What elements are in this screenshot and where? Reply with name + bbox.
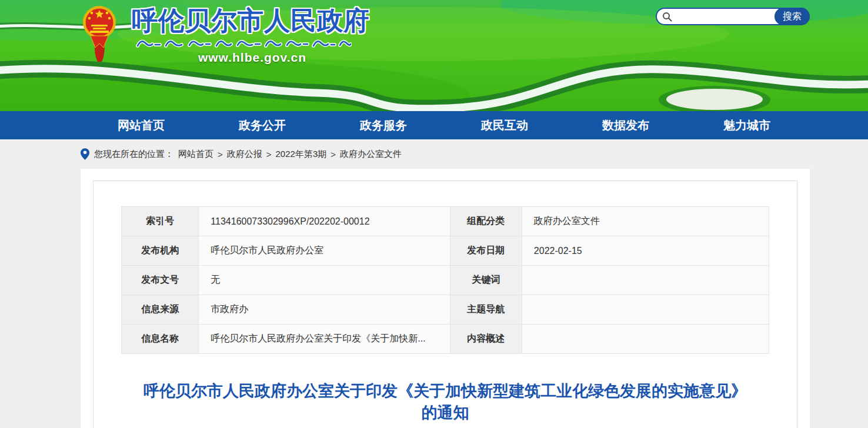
main-nav: 网站首页 政务公开 政务服务 政民互动 数据发布 魅力城市 [0,111,868,139]
breadcrumb-separator: > [266,149,272,159]
meta-value-summary [522,325,769,354]
search-button[interactable]: 搜索 [774,8,810,25]
meta-label-source: 信息来源 [122,295,199,325]
meta-value-doc-no: 无 [199,266,450,295]
table-row: 信息来源 市政府办 主题导航 [122,295,769,325]
header-banner: 呼伦贝尔市人民政府 www.hlbe.gov.cn [0,0,868,111]
article-title: 呼伦贝尔市人民政府办公室关于印发《关于加快新型建筑工业化绿色发展的实施意见》的通… [121,380,769,424]
meta-label-keywords: 关键词 [450,266,522,295]
meta-value-category: 政府办公室文件 [522,207,769,236]
content-card: 索引号 1134160073302996XP/202202-00012 组配分类… [81,169,810,428]
breadcrumb-prefix: 您现在所在的位置： [94,149,173,160]
search-input[interactable] [676,10,774,23]
meta-value-topic-nav [522,295,769,325]
nav-item-interaction[interactable]: 政民互动 [444,111,565,139]
breadcrumb-item-home[interactable]: 网站首页 [178,149,213,160]
breadcrumb-item-issue[interactable]: 2022年第3期 [276,149,327,160]
meta-value-issuer: 呼伦贝尔市人民政府办公室 [199,236,450,266]
meta-value-index-no: 1134160073302996XP/202202-00012 [199,207,450,236]
breadcrumb-item-gazette[interactable]: 政府公报 [227,149,262,160]
site-title[interactable]: 呼伦贝尔市人民政府 [132,4,373,38]
nav-item-gov-service[interactable]: 政务服务 [323,111,444,139]
meta-label-doc-no: 发布文号 [122,266,199,295]
meta-value-info-name: 呼伦贝尔市人民政府办公室关于印发《关于加快新... [199,325,450,354]
table-row: 发布文号 无 关键词 [122,266,769,295]
table-row: 索引号 1134160073302996XP/202202-00012 组配分类… [122,207,769,236]
meta-value-source: 市政府办 [199,295,450,325]
table-row: 发布机构 呼伦贝尔市人民政府办公室 发布日期 2022-02-15 [122,236,769,266]
breadcrumb-item-docs[interactable]: 政府办公室文件 [340,149,402,160]
nav-item-city[interactable]: 魅力城市 [686,111,807,139]
mongolian-script [135,36,352,52]
meta-label-category: 组配分类 [450,207,522,236]
table-row: 信息名称 呼伦贝尔市人民政府办公室关于印发《关于加快新... 内容概述 [122,325,769,354]
document-meta-table: 索引号 1134160073302996XP/202202-00012 组配分类… [121,206,769,354]
meta-label-topic-nav: 主题导航 [450,295,522,325]
meta-value-keywords [522,266,769,295]
nav-item-home[interactable]: 网站首页 [81,111,202,139]
search-bar: 搜索 [656,8,810,25]
document-panel: 索引号 1134160073302996XP/202202-00012 组配分类… [93,180,797,428]
meta-label-index-no: 索引号 [122,207,199,236]
meta-label-info-name: 信息名称 [122,325,199,354]
nav-item-gov-info[interactable]: 政务公开 [202,111,323,139]
breadcrumb-separator: > [218,149,223,159]
meta-label-pub-date: 发布日期 [450,236,522,266]
nav-item-data[interactable]: 数据发布 [565,111,686,139]
breadcrumb-separator: > [330,149,336,159]
site-url: www.hlbe.gov.cn [132,51,373,65]
meta-label-issuer: 发布机构 [122,236,199,266]
site-logo[interactable]: 呼伦贝尔市人民政府 www.hlbe.gov.cn [0,0,376,71]
national-emblem-icon [82,3,116,62]
breadcrumb: 您现在所在的位置： 网站首页 > 政府公报 > 2022年第3期 > 政府办公室… [0,139,868,169]
meta-label-summary: 内容概述 [450,325,522,354]
meta-value-pub-date: 2022-02-15 [522,236,769,266]
location-pin-icon [81,148,89,160]
page: 呼伦贝尔市人民政府 www.hlbe.gov.cn [0,0,868,428]
magnifier-icon [662,12,672,22]
main-content: 索引号 1134160073302996XP/202202-00012 组配分类… [0,169,868,428]
